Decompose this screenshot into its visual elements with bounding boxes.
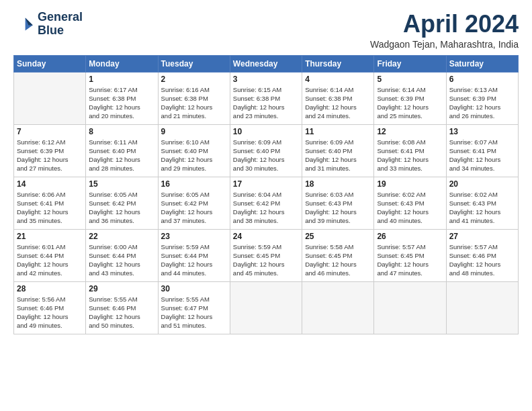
day-number: 23 (161, 232, 227, 241)
logo-text: General Blue (38, 11, 83, 38)
day-number: 18 (305, 179, 371, 189)
day-info: Sunrise: 6:12 AMSunset: 6:39 PMDaylight:… (17, 138, 83, 173)
calendar-cell: 7Sunrise: 6:12 AMSunset: 6:39 PMDaylight… (14, 124, 86, 177)
calendar-cell: 18Sunrise: 6:03 AMSunset: 6:43 PMDayligh… (302, 177, 374, 229)
calendar-cell: 11Sunrise: 6:09 AMSunset: 6:40 PMDayligh… (302, 124, 374, 177)
day-number: 1 (89, 75, 154, 84)
calendar-cell: 29Sunrise: 5:55 AMSunset: 6:46 PMDayligh… (86, 281, 158, 334)
calendar-cell: 3Sunrise: 6:15 AMSunset: 6:38 PMDaylight… (230, 72, 302, 124)
day-info: Sunrise: 6:06 AMSunset: 6:41 PMDaylight:… (17, 190, 83, 226)
day-info: Sunrise: 6:05 AMSunset: 6:42 PMDaylight:… (161, 190, 227, 226)
day-info: Sunrise: 5:55 AMSunset: 6:46 PMDaylight:… (89, 295, 154, 330)
calendar-cell: 17Sunrise: 6:04 AMSunset: 6:42 PMDayligh… (230, 177, 302, 229)
day-number: 26 (377, 232, 443, 241)
calendar-cell: 25Sunrise: 5:58 AMSunset: 6:45 PMDayligh… (302, 229, 374, 281)
day-number: 12 (377, 127, 443, 136)
calendar-cell: 2Sunrise: 6:16 AMSunset: 6:38 PMDaylight… (158, 72, 230, 124)
calendar-cell: 30Sunrise: 5:55 AMSunset: 6:47 PMDayligh… (158, 281, 230, 334)
day-info: Sunrise: 6:13 AMSunset: 6:39 PMDaylight:… (449, 85, 515, 121)
day-info: Sunrise: 6:07 AMSunset: 6:41 PMDaylight:… (449, 138, 515, 173)
day-info: Sunrise: 6:01 AMSunset: 6:44 PMDaylight:… (17, 242, 83, 278)
calendar-cell: 4Sunrise: 6:14 AMSunset: 6:38 PMDaylight… (302, 72, 374, 124)
day-number: 24 (233, 232, 299, 241)
day-header-thursday: Thursday (302, 55, 374, 72)
day-number: 22 (89, 232, 154, 241)
day-number: 29 (89, 284, 154, 293)
week-row-3: 21Sunrise: 6:01 AMSunset: 6:44 PMDayligh… (14, 229, 519, 281)
day-info: Sunrise: 5:57 AMSunset: 6:45 PMDaylight:… (377, 242, 443, 278)
day-number: 5 (377, 75, 443, 84)
days-header-row: SundayMondayTuesdayWednesdayThursdayFrid… (14, 55, 519, 72)
calendar-cell: 23Sunrise: 5:59 AMSunset: 6:44 PMDayligh… (158, 229, 230, 281)
calendar-cell (230, 281, 302, 334)
calendar-cell: 1Sunrise: 6:17 AMSunset: 6:38 PMDaylight… (86, 72, 158, 124)
day-info: Sunrise: 6:05 AMSunset: 6:42 PMDaylight:… (89, 190, 154, 226)
day-number: 25 (305, 232, 371, 241)
calendar-cell: 14Sunrise: 6:06 AMSunset: 6:41 PMDayligh… (14, 177, 86, 229)
calendar-cell: 26Sunrise: 5:57 AMSunset: 6:45 PMDayligh… (374, 229, 446, 281)
day-number: 9 (161, 127, 227, 136)
day-header-monday: Monday (86, 55, 158, 72)
day-info: Sunrise: 5:58 AMSunset: 6:45 PMDaylight:… (305, 242, 371, 278)
calendar-cell: 19Sunrise: 6:02 AMSunset: 6:43 PMDayligh… (374, 177, 446, 229)
day-number: 30 (161, 284, 227, 293)
day-info: Sunrise: 5:55 AMSunset: 6:47 PMDaylight:… (161, 295, 227, 330)
day-number: 21 (17, 232, 83, 241)
calendar-cell: 15Sunrise: 6:05 AMSunset: 6:42 PMDayligh… (86, 177, 158, 229)
day-info: Sunrise: 6:09 AMSunset: 6:40 PMDaylight:… (305, 138, 371, 173)
day-info: Sunrise: 6:00 AMSunset: 6:44 PMDaylight:… (89, 242, 154, 278)
day-number: 20 (449, 179, 515, 189)
month-title: April 2024 (370, 11, 519, 38)
calendar-cell: 27Sunrise: 5:57 AMSunset: 6:46 PMDayligh… (446, 229, 518, 281)
day-number: 14 (17, 179, 83, 189)
day-header-tuesday: Tuesday (158, 55, 230, 72)
day-info: Sunrise: 5:57 AMSunset: 6:46 PMDaylight:… (449, 242, 515, 278)
calendar-cell: 21Sunrise: 6:01 AMSunset: 6:44 PMDayligh… (14, 229, 86, 281)
week-row-1: 7Sunrise: 6:12 AMSunset: 6:39 PMDaylight… (14, 124, 519, 177)
day-number: 6 (449, 75, 515, 84)
day-info: Sunrise: 5:56 AMSunset: 6:46 PMDaylight:… (17, 295, 83, 330)
logo-line1: General (38, 11, 83, 24)
day-info: Sunrise: 5:59 AMSunset: 6:45 PMDaylight:… (233, 242, 299, 278)
calendar-cell: 5Sunrise: 6:14 AMSunset: 6:39 PMDaylight… (374, 72, 446, 124)
day-number: 4 (305, 75, 371, 84)
day-number: 17 (233, 179, 299, 189)
logo: General Blue (13, 11, 83, 38)
day-info: Sunrise: 6:17 AMSunset: 6:38 PMDaylight:… (89, 85, 154, 121)
calendar-cell: 16Sunrise: 6:05 AMSunset: 6:42 PMDayligh… (158, 177, 230, 229)
calendar-cell (14, 72, 86, 124)
location: Wadgaon Tejan, Maharashtra, India (370, 39, 519, 50)
calendar-cell: 10Sunrise: 6:09 AMSunset: 6:40 PMDayligh… (230, 124, 302, 177)
title-section: April 2024 Wadgaon Tejan, Maharashtra, I… (370, 11, 519, 50)
day-header-wednesday: Wednesday (230, 55, 302, 72)
calendar-cell: 13Sunrise: 6:07 AMSunset: 6:41 PMDayligh… (446, 124, 518, 177)
logo-icon (13, 13, 35, 35)
header: General Blue April 2024 Wadgaon Tejan, M… (13, 11, 519, 50)
calendar-cell: 12Sunrise: 6:08 AMSunset: 6:41 PMDayligh… (374, 124, 446, 177)
calendar-cell: 20Sunrise: 6:02 AMSunset: 6:43 PMDayligh… (446, 177, 518, 229)
day-number: 16 (161, 179, 227, 189)
page: General Blue April 2024 Wadgaon Tejan, M… (0, 0, 532, 411)
day-info: Sunrise: 6:02 AMSunset: 6:43 PMDaylight:… (449, 190, 515, 226)
day-info: Sunrise: 6:15 AMSunset: 6:38 PMDaylight:… (233, 85, 299, 121)
calendar-cell: 22Sunrise: 6:00 AMSunset: 6:44 PMDayligh… (86, 229, 158, 281)
day-info: Sunrise: 6:10 AMSunset: 6:40 PMDaylight:… (161, 138, 227, 173)
day-info: Sunrise: 6:02 AMSunset: 6:43 PMDaylight:… (377, 190, 443, 226)
day-info: Sunrise: 6:08 AMSunset: 6:41 PMDaylight:… (377, 138, 443, 173)
day-number: 8 (89, 127, 154, 136)
day-info: Sunrise: 5:59 AMSunset: 6:44 PMDaylight:… (161, 242, 227, 278)
day-number: 27 (449, 232, 515, 241)
day-info: Sunrise: 6:14 AMSunset: 6:39 PMDaylight:… (377, 85, 443, 121)
day-number: 10 (233, 127, 299, 136)
calendar-table: SundayMondayTuesdayWednesdayThursdayFrid… (13, 55, 519, 334)
calendar-cell: 9Sunrise: 6:10 AMSunset: 6:40 PMDaylight… (158, 124, 230, 177)
calendar-cell (374, 281, 446, 334)
day-info: Sunrise: 6:16 AMSunset: 6:38 PMDaylight:… (161, 85, 227, 121)
calendar-cell: 6Sunrise: 6:13 AMSunset: 6:39 PMDaylight… (446, 72, 518, 124)
week-row-4: 28Sunrise: 5:56 AMSunset: 6:46 PMDayligh… (14, 281, 519, 334)
calendar-cell: 8Sunrise: 6:11 AMSunset: 6:40 PMDaylight… (86, 124, 158, 177)
day-info: Sunrise: 6:04 AMSunset: 6:42 PMDaylight:… (233, 190, 299, 226)
day-header-saturday: Saturday (446, 55, 518, 72)
day-number: 11 (305, 127, 371, 136)
calendar-cell (446, 281, 518, 334)
